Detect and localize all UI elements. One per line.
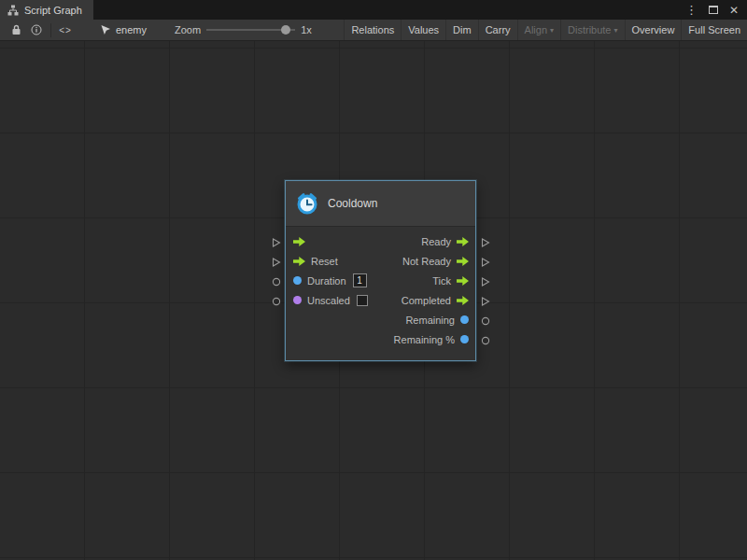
graph-toolbar: <> enemy Zoom 1x RelationsValuesDimCarry… — [0, 20, 747, 41]
toolbar-button-distribute[interactable]: Distribute▾ — [560, 20, 624, 40]
toolbar-button-carry[interactable]: Carry — [478, 20, 517, 40]
toolbar-button-overview[interactable]: Overview — [625, 20, 682, 40]
output-port-tick[interactable]: Tick — [432, 275, 469, 287]
output-port-remaining[interactable]: Remaining — [405, 315, 469, 326]
tab-title: Script Graph — [24, 5, 82, 16]
port-row: ResetNot Ready — [286, 251, 475, 271]
outer-flow-socket-ready[interactable] — [481, 238, 490, 247]
flow-arrow-icon — [293, 257, 305, 266]
window-controls: ⋮ ✕ — [685, 0, 747, 20]
value-port-icon — [293, 276, 302, 285]
zoom-label: Zoom — [175, 24, 201, 35]
cooldown-node-header[interactable]: Cooldown — [286, 181, 475, 227]
close-icon[interactable]: ✕ — [729, 4, 739, 17]
port-row: Ready — [286, 231, 475, 251]
cooldown-node-wrap: Cooldown ReadyResetNot ReadyDurationTick… — [285, 180, 476, 361]
input-port-flow[interactable] — [293, 237, 305, 246]
code-icon[interactable]: <> — [55, 20, 76, 40]
outer-flow-socket-completed[interactable] — [481, 297, 490, 306]
toolbar-button-dim[interactable]: Dim — [445, 20, 478, 40]
output-port-not-ready[interactable]: Not Ready — [402, 256, 469, 267]
node-title: Cooldown — [328, 197, 377, 210]
unscaled-checkbox[interactable] — [357, 295, 368, 306]
graph-canvas[interactable]: Cooldown ReadyResetNot ReadyDurationTick… — [0, 41, 747, 560]
outer-flow-socket-not-ready[interactable] — [481, 258, 490, 267]
info-icon[interactable] — [26, 20, 47, 40]
value-port-icon — [460, 315, 469, 324]
window-tab-bar: Script Graph ⋮ ✕ — [0, 0, 747, 20]
toolbar-button-full-screen[interactable]: Full Screen — [681, 20, 747, 40]
input-port-label: Reset — [311, 256, 338, 267]
port-row: DurationTick — [286, 271, 475, 290]
input-port-label: Unscaled — [307, 295, 350, 306]
input-port-duration[interactable]: Duration — [293, 273, 367, 287]
cooldown-node[interactable]: Cooldown ReadyResetNot ReadyDurationTick… — [285, 180, 476, 361]
outer-value-socket-duration[interactable] — [272, 277, 281, 287]
value-port-icon — [293, 296, 302, 304]
output-port-label: Tick — [432, 275, 451, 287]
port-row: UnscaledCompleted — [286, 290, 475, 310]
toolbar-divider — [50, 23, 51, 37]
flow-arrow-icon — [457, 257, 469, 266]
input-port-unscaled[interactable]: Unscaled — [293, 295, 368, 306]
port-row: Remaining % — [286, 329, 475, 349]
duration-field[interactable] — [353, 273, 367, 287]
output-port-label: Remaining — [405, 315, 455, 326]
alarm-clock-icon — [295, 191, 319, 216]
outer-value-socket-remaining[interactable] — [481, 336, 490, 345]
flow-arrow-icon — [457, 237, 469, 246]
outer-flow-socket-flow[interactable] — [272, 238, 281, 247]
output-port-label: Not Ready — [402, 256, 451, 267]
zoom-slider[interactable] — [206, 23, 295, 36]
flow-arrow-icon — [293, 237, 305, 246]
output-port-remaining[interactable]: Remaining % — [394, 334, 469, 345]
port-row: Remaining — [286, 310, 475, 329]
toolbar-button-group: RelationsValuesDimCarryAlign▾Distribute▾… — [344, 20, 747, 40]
output-port-label: Completed — [402, 295, 451, 306]
flow-arrow-icon — [457, 296, 469, 305]
zoom-slider-handle[interactable] — [281, 25, 290, 35]
dropdown-caret-icon: ▾ — [550, 26, 554, 35]
zoom-value: 1x — [301, 24, 312, 35]
output-port-label: Ready — [421, 236, 451, 247]
input-port-label: Duration — [307, 275, 346, 287]
graph-pointer-icon — [100, 24, 111, 35]
graph-name-label: enemy — [116, 24, 147, 35]
output-port-label: Remaining % — [394, 334, 455, 345]
script-graph-icon — [7, 5, 19, 16]
outer-value-socket-remaining[interactable] — [481, 316, 490, 326]
maximize-icon[interactable] — [709, 6, 718, 14]
tab-script-graph[interactable]: Script Graph — [0, 0, 93, 20]
output-port-completed[interactable]: Completed — [402, 295, 469, 306]
cooldown-node-body: ReadyResetNot ReadyDurationTickUnscaledC… — [286, 227, 475, 360]
outer-value-socket-unscaled[interactable] — [272, 297, 281, 306]
input-port-reset[interactable]: Reset — [293, 256, 338, 267]
toolbar-button-align[interactable]: Align▾ — [517, 20, 560, 40]
flow-arrow-icon — [457, 276, 469, 286]
output-port-ready[interactable]: Ready — [421, 236, 469, 247]
value-port-icon — [460, 335, 469, 343]
outer-flow-socket-tick[interactable] — [481, 277, 490, 287]
graph-breadcrumb[interactable]: enemy — [100, 24, 147, 35]
dropdown-caret-icon: ▾ — [614, 26, 618, 35]
toolbar-button-relations[interactable]: Relations — [344, 20, 401, 40]
outer-flow-socket-reset[interactable] — [272, 258, 281, 267]
toolbar-button-values[interactable]: Values — [401, 20, 445, 40]
menu-icon[interactable]: ⋮ — [685, 4, 698, 16]
lock-icon[interactable] — [6, 20, 26, 40]
